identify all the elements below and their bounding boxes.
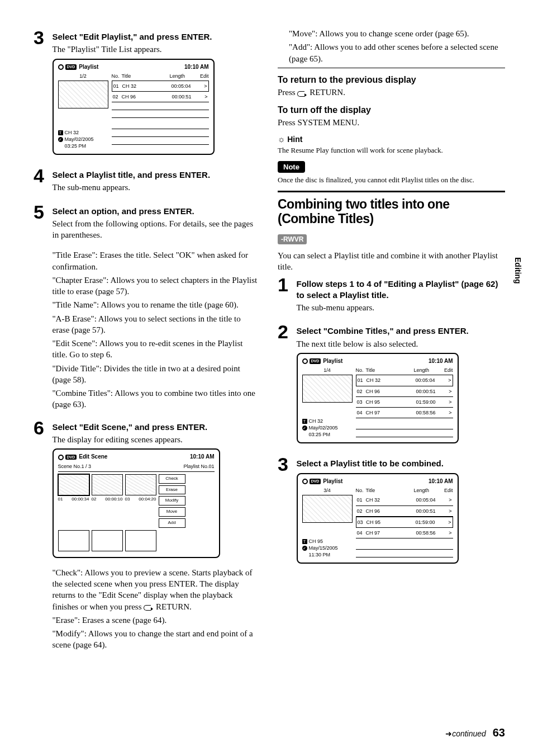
step-4: 4 Select a Playlist title, and press ENT… (34, 166, 261, 197)
table-header: No.TitleLengthEdit (356, 367, 453, 374)
sub-heading: To return to the previous display (278, 74, 505, 86)
title-icon: T (302, 419, 307, 424)
clock-icon: ✓ (58, 137, 63, 142)
step-subtext: The next title below is also selected. (297, 338, 504, 349)
step-number: 6 (34, 418, 50, 437)
section-heading: Combining two titles into one (Combine T… (278, 197, 505, 226)
option-text: "Combine Titles": Allows you to combine … (53, 388, 260, 410)
screen-time: 10:10 AM (429, 478, 453, 485)
note-label: Note (278, 161, 305, 173)
table-row[interactable]: 02CH 9600:00:51> (356, 506, 453, 517)
scene-number: Scene No.1 / 3 (58, 463, 92, 470)
step-number: 5 (34, 202, 50, 221)
table-row[interactable]: 04CH 9700:58:56> (356, 408, 453, 418)
continued-label: continued (452, 729, 486, 738)
note-body: Once the disc is finalized, you cannot e… (278, 175, 505, 185)
meta-block: TCH 32 ✓May/02/2005 03:25 PM (58, 130, 108, 149)
clock-icon: ✓ (302, 546, 307, 551)
step-number: 4 (34, 166, 50, 185)
step-number: 3 (34, 28, 50, 47)
dvd-badge: DVD (310, 358, 321, 363)
disc-icon (302, 358, 308, 364)
hint-label: Hint (287, 135, 302, 144)
scene-cell[interactable]: 0300:04:20 (125, 474, 156, 503)
right-column: "Move": Allows you to change scene order… (278, 28, 505, 659)
option-text: "Modify": Allows you to change the start… (53, 628, 260, 651)
table-row[interactable]: 03CH 9501:59:00> (356, 517, 453, 528)
step-heading: Select "Edit Scene," and press ENTER. (53, 422, 260, 433)
option-text: "Move": Allows you to change scene order… (289, 28, 505, 39)
playlist-screen-3: DVDPlaylist 10:10 AM 3/4 TCH 95 ✓May/15/… (297, 473, 459, 564)
table-header: No. Title Length Edit (112, 73, 209, 79)
step-heading: Follow steps 1 to 4 of "Editing a Playli… (297, 278, 504, 301)
scene-thumb (58, 474, 89, 495)
erase-button[interactable]: Erase (159, 485, 185, 495)
disc-icon (58, 64, 64, 70)
return-icon (144, 604, 154, 611)
step-3: 3 Select "Edit Playlist," and press ENTE… (34, 28, 261, 160)
screen-title: Edit Scene (79, 453, 107, 460)
move-button[interactable]: Move (159, 507, 185, 517)
side-tab: Editing (512, 257, 523, 284)
scene-cell[interactable]: 0100:00:34 (58, 474, 89, 503)
table-row[interactable]: 04CH 9700:58:56> (356, 528, 453, 538)
step-subtext: The display for editing scenes appears. (53, 434, 260, 445)
table-header: No.TitleLengthEdit (356, 487, 453, 494)
step-heading: Select an option, and press ENTER. (53, 206, 260, 217)
meta-date: May/15/2005 (309, 545, 338, 551)
meta-time: 11:30 PM (309, 552, 331, 557)
scene-thumb-empty (58, 530, 89, 551)
screen-time: 10:10 AM (184, 63, 209, 71)
thumbnail (58, 81, 108, 108)
table-row[interactable]: 03CH 9501:59:00> (356, 397, 453, 408)
table-row[interactable]: 02CH 9600:00:51> (112, 92, 209, 102)
screen-time: 10:10 AM (429, 357, 453, 365)
screen-title: Playlist (323, 478, 342, 484)
scene-thumb-empty (125, 530, 156, 551)
option-text: "Edit Scene": Allows you to re-edit scen… (53, 338, 260, 361)
table-row[interactable]: 01CH 3200:05:04> (356, 495, 453, 505)
thumbnail (302, 375, 353, 403)
table-row[interactable]: 01CH 3200:05:04> (112, 81, 209, 92)
step-number: 3 (278, 455, 294, 474)
playlist-screen-2: DVDPlaylist 10:10 AM 1/4 TCH 32 ✓May/02/… (297, 353, 459, 444)
step-subtext: Select from the following options. For d… (53, 218, 260, 241)
meta-time: 03:25 PM (65, 143, 87, 149)
option-text: "A-B Erase": Allows you to select sectio… (53, 313, 260, 336)
option-text: "Add": Allows you to add other scenes be… (289, 41, 505, 64)
dvd-badge: DVD (65, 455, 77, 460)
add-button[interactable]: Add (159, 518, 185, 528)
scene-thumb (92, 474, 123, 495)
screen-title: Playlist (79, 64, 98, 70)
step-6: 6 Select "Edit Scene," and press ENTER. … (34, 418, 261, 653)
option-text: "Divide Title": Divides the title in two… (53, 363, 260, 386)
playlist-number: Playlist No.01 (183, 463, 214, 470)
table-row[interactable]: 02CH 9600:00:51> (356, 386, 453, 397)
modify-button[interactable]: Modify (159, 496, 185, 505)
step-number: 1 (278, 275, 294, 294)
step-5: 5 Select an option, and press ENTER. Sel… (34, 202, 261, 413)
footer: ➜continued 63 (445, 725, 505, 740)
title-icon: T (302, 539, 307, 544)
screen-time: 10:10 AM (190, 453, 215, 461)
right-step-3: 3 Select a Playlist title to be combined… (278, 455, 505, 569)
disc-icon (58, 455, 64, 460)
arrow-icon: ➜ (445, 729, 452, 738)
check-button[interactable]: Check (159, 474, 185, 484)
divider (278, 68, 505, 68)
body-text: Press SYSTEM MENU. (278, 117, 505, 128)
table-row[interactable]: 01CH 3200:05:04> (356, 375, 453, 386)
format-badge: -RWVR (278, 234, 307, 244)
step-subtext: The sub-menu appears. (297, 302, 504, 313)
section-divider (278, 191, 505, 192)
step-heading: Select a Playlist title to be combined. (297, 458, 504, 469)
option-text: "Check": Allows you to preview a scene. … (53, 567, 260, 612)
item-count: 1/2 (58, 73, 108, 79)
right-step-2: 2 Select "Combine Titles," and press ENT… (278, 322, 505, 449)
return-icon (297, 90, 307, 97)
option-text: "Title Erase": Erases the title. Select … (53, 249, 260, 272)
scene-thumb (125, 474, 156, 495)
meta-channel: CH 32 (65, 130, 79, 135)
scene-cell[interactable]: 0200:00:10 (92, 474, 123, 503)
step-number: 2 (278, 322, 294, 341)
